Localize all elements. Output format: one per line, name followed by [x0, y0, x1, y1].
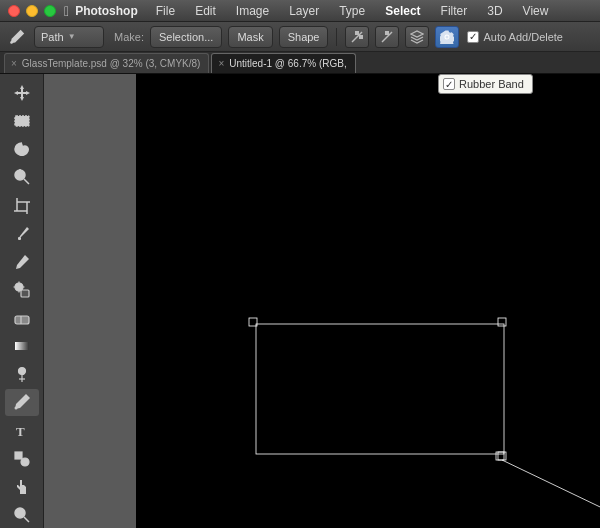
title-bar:  Photoshop File Edit Image Layer Type S…	[0, 0, 600, 22]
eraser-tool[interactable]	[5, 305, 39, 331]
svg-line-8	[24, 179, 29, 184]
text-tool[interactable]: T	[5, 418, 39, 444]
svg-rect-37	[498, 318, 506, 326]
svg-rect-6	[15, 116, 29, 126]
eyedropper-tool[interactable]	[5, 221, 39, 247]
quick-select-tool[interactable]	[5, 164, 39, 190]
dodge-tool[interactable]	[5, 361, 39, 387]
menu-view[interactable]: View	[519, 2, 553, 20]
svg-point-24	[18, 368, 25, 375]
canvas-area[interactable]	[44, 74, 600, 528]
tab-close-icon[interactable]: ×	[11, 59, 17, 69]
svg-rect-4	[385, 31, 389, 35]
svg-rect-23	[15, 342, 29, 350]
svg-point-30	[21, 458, 29, 466]
path-svg	[136, 74, 600, 528]
tab-close-icon[interactable]: ×	[218, 59, 224, 69]
mask-button[interactable]: Mask	[228, 26, 272, 48]
make-label: Make:	[114, 31, 144, 43]
hand-tool[interactable]	[5, 474, 39, 500]
rubber-band-checkbox[interactable]: ✓	[443, 78, 455, 90]
add-point-icon[interactable]	[345, 26, 369, 48]
maximize-button[interactable]	[44, 5, 56, 17]
svg-rect-36	[249, 318, 257, 326]
gear-button[interactable]	[435, 26, 459, 48]
path-dropdown[interactable]: Path ▼	[34, 26, 104, 48]
dropdown-arrow-icon: ▼	[68, 32, 76, 41]
tab-label: Untitled-1 @ 66.7% (RGB,	[229, 58, 346, 69]
crop-tool[interactable]	[5, 193, 39, 219]
canvas[interactable]	[136, 74, 600, 528]
menu-file[interactable]: File	[152, 2, 179, 20]
menu-3d[interactable]: 3D	[483, 2, 506, 20]
shape-button[interactable]: Shape	[279, 26, 329, 48]
shape-tool[interactable]	[5, 446, 39, 472]
main-area: T	[0, 74, 600, 528]
menu-select[interactable]: Select	[381, 2, 424, 20]
tab-glass-template[interactable]: × GlassTemplate.psd @ 32% (3, CMYK/8)	[4, 53, 209, 73]
menu-type[interactable]: Type	[335, 2, 369, 20]
window-controls[interactable]	[8, 5, 56, 17]
svg-rect-1	[355, 31, 359, 35]
pen-tool[interactable]	[5, 389, 39, 415]
menu-image[interactable]: Image	[232, 2, 273, 20]
gradient-tool[interactable]	[5, 333, 39, 359]
path-label: Path	[41, 31, 64, 43]
svg-rect-40	[496, 452, 504, 460]
separator	[336, 28, 337, 46]
zoom-tool[interactable]	[5, 502, 39, 528]
app-name: Photoshop	[75, 4, 138, 18]
svg-rect-21	[15, 316, 29, 324]
move-tool[interactable]	[5, 80, 39, 106]
marquee-tool[interactable]	[5, 108, 39, 134]
options-bar: Path ▼ Make: Selection... Mask Shape ✓ A…	[0, 22, 600, 52]
svg-point-27	[14, 407, 17, 410]
menu-layer[interactable]: Layer	[285, 2, 323, 20]
tab-label: GlassTemplate.psd @ 32% (3, CMYK/8)	[22, 58, 201, 69]
svg-rect-2	[359, 35, 363, 39]
tab-untitled[interactable]: × Untitled-1 @ 66.7% (RGB,	[211, 53, 355, 73]
apple-logo: 	[64, 3, 69, 19]
auto-add-delete-label: Auto Add/Delete	[483, 31, 563, 43]
lasso-tool[interactable]	[5, 136, 39, 162]
menu-edit[interactable]: Edit	[191, 2, 220, 20]
menu-filter[interactable]: Filter	[437, 2, 472, 20]
tabs-bar: × GlassTemplate.psd @ 32% (3, CMYK/8) × …	[0, 52, 600, 74]
remove-point-icon[interactable]	[375, 26, 399, 48]
clone-stamp-tool[interactable]	[5, 277, 39, 303]
svg-rect-20	[21, 290, 29, 297]
svg-rect-35	[256, 324, 504, 454]
rubber-band-label: Rubber Band	[459, 78, 524, 90]
svg-rect-29	[15, 452, 22, 459]
pen-tool-icon	[6, 26, 28, 48]
close-button[interactable]	[8, 5, 20, 17]
layers-icon[interactable]	[405, 26, 429, 48]
svg-line-32	[24, 517, 29, 522]
minimize-button[interactable]	[26, 5, 38, 17]
selection-button[interactable]: Selection...	[150, 26, 222, 48]
svg-point-7	[15, 170, 25, 180]
rubber-band-tooltip: ✓ Rubber Band	[438, 74, 533, 94]
svg-point-0	[10, 41, 13, 44]
svg-line-39	[502, 460, 600, 528]
auto-add-delete-checkbox[interactable]: ✓	[467, 31, 479, 43]
brush-tool[interactable]	[5, 249, 39, 275]
svg-rect-38	[498, 452, 506, 460]
toolbar: T	[0, 74, 44, 528]
auto-add-delete-option: ✓ Auto Add/Delete	[467, 31, 563, 43]
svg-text:T: T	[16, 424, 25, 439]
svg-rect-14	[18, 237, 21, 240]
